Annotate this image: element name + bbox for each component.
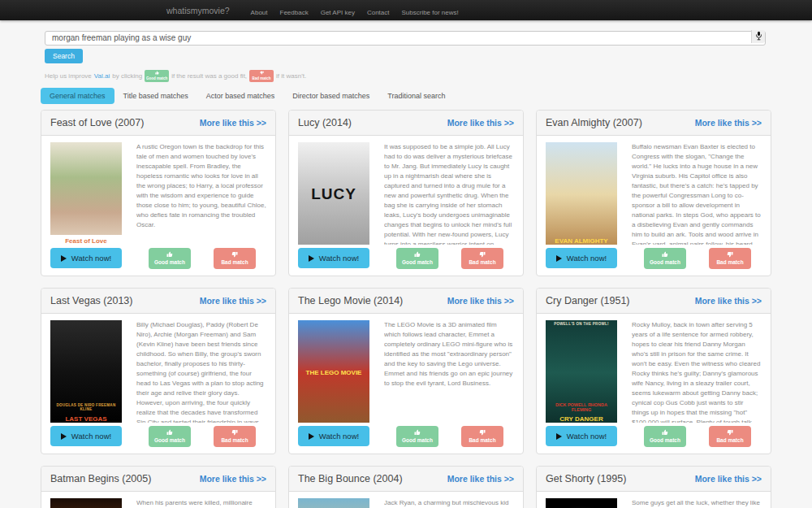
result-tabs: General matchesTitle based matchesActor …: [41, 88, 812, 104]
poster-title-text: Feast of Love: [50, 235, 122, 245]
movie-card-body: When his parents were killed, millionair…: [41, 492, 275, 508]
tab-traditional-search[interactable]: Traditional search: [378, 88, 454, 104]
movie-description: A rustic Oregon town is the backdrop for…: [136, 142, 266, 245]
thumbs-up-icon: [155, 71, 159, 76]
movie-poster[interactable]: DOUGLAS DE NIRO FREEMAN KLINE LAST VEGAS: [50, 320, 122, 423]
valai-link[interactable]: Val.ai: [94, 72, 110, 80]
movie-card-body: POWELL'S ON THE PROWL! DICK POWELL RHOND…: [537, 314, 771, 423]
more-like-this-link[interactable]: More like this >>: [200, 474, 266, 484]
search-input[interactable]: [45, 31, 766, 46]
play-icon: [309, 255, 314, 262]
bad-match-mini-button[interactable]: Bad match: [249, 70, 274, 82]
movie-poster[interactable]: EVAN ALMIGHTY: [546, 142, 617, 245]
app-title[interactable]: whatismymovie?: [166, 6, 230, 15]
movie-card-body: GET SHORTY Some guys get all the luck, w…: [537, 492, 771, 508]
nav-link-contact[interactable]: Contact: [367, 9, 390, 16]
tab-title-based-matches[interactable]: Title based matches: [114, 88, 197, 104]
play-icon: [61, 255, 67, 262]
tab-director-based-matches[interactable]: Director based matches: [283, 88, 378, 104]
nav-link-get-api-key[interactable]: Get API key: [321, 9, 355, 16]
more-like-this-link[interactable]: More like this >>: [695, 474, 762, 484]
movie-title: Batman Begins (2005): [50, 473, 151, 484]
good-match-button[interactable]: Good match: [396, 426, 438, 447]
results-grid: Feast of Love (2007) More like this >> F…: [41, 110, 771, 508]
movie-poster[interactable]: POWELL'S ON THE PROWL! DICK POWELL RHOND…: [546, 320, 617, 423]
poster-title-text: LUCY: [298, 183, 369, 206]
movie-title: Lucy (2014): [298, 117, 352, 128]
movie-description: When his parents were killed, millionair…: [136, 498, 266, 508]
tab-actor-based-matches[interactable]: Actor based matches: [197, 88, 284, 104]
good-match-button[interactable]: Good match: [149, 426, 191, 447]
mic-button[interactable]: [751, 30, 765, 43]
search-bar: [45, 29, 766, 46]
bad-match-button[interactable]: Bad match: [709, 248, 751, 269]
movie-title: Feast of Love (2007): [50, 117, 144, 128]
poster-title-text: THE LEGO MOVIE: [298, 367, 369, 379]
more-like-this-link[interactable]: More like this >>: [200, 118, 266, 128]
more-like-this-link[interactable]: More like this >>: [695, 296, 762, 306]
nav-link-feedback[interactable]: Feedback: [280, 9, 309, 16]
watch-now-button[interactable]: Watch now!: [298, 426, 369, 446]
movie-poster[interactable]: [298, 498, 369, 508]
movie-card-actions: Watch now! Good match Bad match: [41, 245, 275, 276]
nav-link-subscribe-for-news[interactable]: Subscribe for news!: [401, 9, 458, 16]
movie-card-actions: Watch now! Good match Bad match: [537, 423, 771, 454]
movie-poster[interactable]: LUCY: [298, 142, 369, 245]
watch-now-button[interactable]: Watch now!: [546, 426, 617, 446]
bad-match-button[interactable]: Bad match: [709, 426, 751, 447]
watch-now-button[interactable]: Watch now!: [50, 248, 122, 268]
movie-card-actions: Watch now! Good match Bad match: [289, 245, 523, 276]
good-match-button[interactable]: Good match: [644, 248, 686, 269]
movie-card: The Lego Movie (2014) More like this >> …: [288, 288, 524, 454]
nav-link-about[interactable]: About: [251, 9, 268, 16]
movie-card-header: Cry Danger (1951) More like this >>: [537, 289, 771, 314]
movie-card-body: Feast of Love A rustic Oregon town is th…: [41, 136, 275, 245]
bad-match-button[interactable]: Bad match: [214, 426, 256, 447]
more-like-this-link[interactable]: More like this >>: [447, 296, 514, 306]
more-like-this-link[interactable]: More like this >>: [200, 296, 266, 306]
thumbs-down-icon: [479, 429, 486, 436]
movie-card: Feast of Love (2007) More like this >> F…: [41, 110, 276, 276]
movie-title: The Lego Movie (2014): [298, 295, 403, 306]
movie-card: Batman Begins (2005) More like this >> W…: [41, 466, 276, 508]
more-like-this-link[interactable]: More like this >>: [447, 118, 514, 128]
movie-card-actions: Watch now! Good match Bad match: [289, 423, 523, 454]
thumbs-down-icon: [727, 251, 733, 258]
navbar-links: AboutFeedbackGet API keyContactSubscribe…: [251, 3, 471, 18]
microphone-icon: [755, 31, 762, 43]
movie-card-header: The Big Bounce (2004) More like this >>: [289, 467, 523, 492]
bad-match-button[interactable]: Bad match: [461, 248, 503, 269]
tab-general-matches[interactable]: General matches: [41, 88, 114, 104]
movie-card-header: Batman Begins (2005) More like this >>: [41, 467, 275, 492]
more-like-this-link[interactable]: More like this >>: [695, 118, 762, 128]
watch-now-button[interactable]: Watch now!: [298, 248, 369, 268]
movie-poster[interactable]: THE LEGO MOVIE: [298, 320, 369, 423]
help-after-good: if the result was a good fit,: [171, 72, 247, 80]
good-match-button[interactable]: Good match: [644, 426, 686, 447]
good-match-button[interactable]: Good match: [149, 248, 191, 269]
movie-poster[interactable]: Feast of Love: [50, 142, 122, 245]
watch-now-button[interactable]: Watch now!: [546, 248, 617, 268]
thumbs-down-icon: [727, 429, 733, 436]
movie-title: Get Shorty (1995): [546, 473, 626, 484]
movie-poster[interactable]: GET SHORTY: [546, 498, 617, 508]
bad-match-button[interactable]: Bad match: [461, 426, 503, 447]
poster-title-text: CRY DANGER: [546, 413, 617, 423]
movie-poster[interactable]: [50, 498, 122, 508]
search-button[interactable]: Search: [45, 49, 83, 63]
thumbs-up-icon: [166, 251, 173, 258]
good-match-mini-button[interactable]: Good match: [145, 70, 169, 82]
movie-card-header: Get Shorty (1995) More like this >>: [537, 467, 771, 492]
more-like-this-link[interactable]: More like this >>: [447, 474, 514, 484]
poster-title-text: LAST VEGAS: [50, 413, 122, 423]
bad-match-button[interactable]: Bad match: [214, 248, 256, 269]
good-match-button[interactable]: Good match: [396, 248, 438, 269]
movie-description: Buffalo newsman Evan Baxter is elected t…: [632, 142, 762, 245]
movie-card-header: Feast of Love (2007) More like this >>: [41, 111, 275, 136]
movie-card-body: EVAN ALMIGHTY Buffalo newsman Evan Baxte…: [537, 136, 771, 245]
watch-now-button[interactable]: Watch now!: [50, 426, 122, 446]
movie-card-header: Last Vegas (2013) More like this >>: [41, 289, 275, 314]
thumbs-down-icon: [231, 429, 238, 436]
help-text: Help us improve Val.ai by clicking Good …: [45, 70, 812, 82]
movie-card-body: THE LEGO MOVIE The LEGO Movie is a 3D an…: [289, 314, 523, 423]
